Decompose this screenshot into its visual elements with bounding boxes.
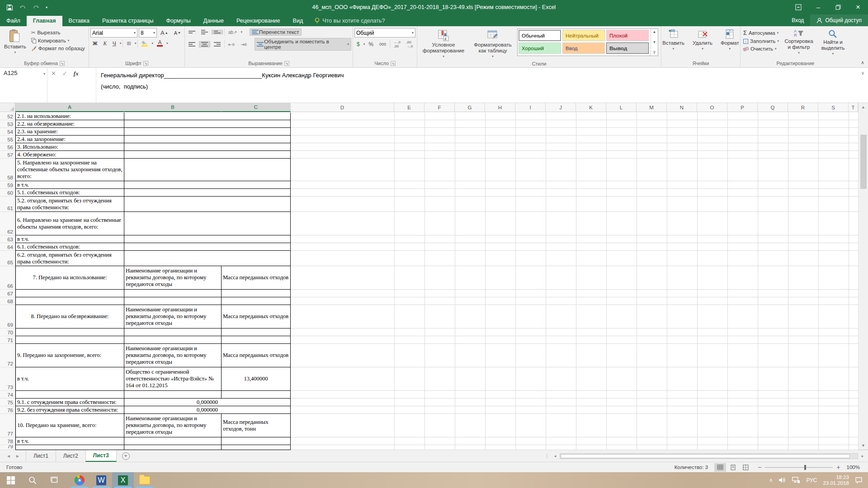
- cell-B69[interactable]: Наименование организации и реквизиты дог…: [124, 305, 222, 328]
- find-select-button[interactable]: Найти и выделить▾: [817, 28, 849, 57]
- insert-function-icon[interactable]: fx: [74, 70, 79, 77]
- sheet-nav-left-icon[interactable]: ◂: [7, 453, 10, 459]
- column-header-P[interactable]: P: [727, 103, 758, 112]
- vertical-scroll-thumb[interactable]: [860, 135, 867, 189]
- row-header-72[interactable]: 72: [0, 344, 15, 367]
- zoom-level[interactable]: 100%: [847, 465, 860, 470]
- vertical-scrollbar[interactable]: ▲ ▼: [858, 103, 868, 450]
- shrink-font-button[interactable]: A▼: [172, 28, 183, 38]
- cell-style-1[interactable]: Обычный: [519, 30, 561, 41]
- fill-color-dropdown-icon[interactable]: ▾: [151, 42, 153, 45]
- sheet-nav-right-icon[interactable]: ▸: [16, 453, 19, 459]
- cell-style-2[interactable]: Нейтральный: [562, 30, 605, 41]
- hscroll-right-icon[interactable]: ▸: [859, 452, 866, 460]
- align-middle-icon[interactable]: [199, 29, 210, 35]
- row-header-52[interactable]: 52: [0, 113, 15, 120]
- comma-style-button[interactable]: 000: [377, 41, 388, 47]
- cell-B78[interactable]: [124, 437, 222, 445]
- row-header-63[interactable]: 63: [0, 235, 15, 243]
- cell-C73[interactable]: 13,400000: [222, 367, 291, 391]
- decrease-indent-icon[interactable]: ⇤≡: [226, 41, 237, 48]
- conditional-formatting-button[interactable]: ≠ Условное форматирование▾: [419, 28, 468, 60]
- row-header-76[interactable]: 76: [0, 406, 15, 414]
- cell-B54-C54-merged[interactable]: [124, 128, 291, 136]
- bold-button[interactable]: Ж: [90, 40, 99, 47]
- cell-B73[interactable]: Общество с ограниченной ответственностью…: [124, 367, 222, 391]
- scroll-up-icon[interactable]: ▲: [859, 103, 868, 111]
- underline-dropdown-icon[interactable]: ▾: [120, 42, 122, 45]
- cell-A69[interactable]: 8. Передано на обезвреживание:: [15, 305, 124, 328]
- gallery-more-icon[interactable]: ⊽: [653, 51, 656, 55]
- cell-B52-C52-merged[interactable]: [124, 113, 291, 120]
- cell-C67[interactable]: [222, 290, 291, 297]
- column-header-G[interactable]: G: [455, 103, 485, 112]
- name-box[interactable]: A125▾: [0, 68, 47, 103]
- redo-icon[interactable]: [33, 5, 39, 10]
- cell-B72[interactable]: Наименование организации и реквизиты дог…: [124, 344, 222, 367]
- cell-A53[interactable]: 2.2. на обезвреживание:: [15, 120, 124, 128]
- ribbon-tab-данные[interactable]: Данные: [197, 16, 230, 26]
- cell-B56-C56-merged[interactable]: [124, 143, 291, 151]
- cell-A54[interactable]: 2.3. на хранение:: [15, 128, 124, 136]
- explorer-taskbar-button[interactable]: [134, 472, 156, 488]
- borders-button[interactable]: ⊞: [124, 39, 133, 47]
- cell-C74[interactable]: [222, 391, 291, 399]
- column-header-I[interactable]: I: [515, 103, 546, 112]
- cell-A79[interactable]: [15, 445, 124, 450]
- normal-view-icon[interactable]: [714, 463, 726, 472]
- zoom-slider-thumb[interactable]: [804, 465, 806, 470]
- column-header-N[interactable]: N: [667, 103, 697, 112]
- cell-C68[interactable]: [222, 297, 291, 305]
- ribbon-tab-формулы[interactable]: Формулы: [160, 16, 197, 26]
- cell-A74[interactable]: [15, 391, 124, 399]
- cell-B61-C61-merged[interactable]: [124, 197, 291, 212]
- format-cells-button[interactable]: Формат▾: [718, 28, 742, 52]
- column-header-C[interactable]: C: [222, 103, 291, 112]
- row-header-54[interactable]: 54: [0, 128, 15, 136]
- cell-B55-C55-merged[interactable]: [124, 136, 291, 143]
- language-indicator[interactable]: РУС: [806, 477, 817, 483]
- undo-icon[interactable]: [19, 5, 26, 10]
- column-header-R[interactable]: R: [788, 103, 818, 112]
- cell-C72[interactable]: Масса переданных отходов: [222, 344, 291, 367]
- gallery-down-icon[interactable]: ▼: [653, 40, 656, 44]
- cell-style-6[interactable]: Вывод: [606, 42, 649, 54]
- column-header-E[interactable]: E: [394, 103, 425, 112]
- cell-B58-C58-merged[interactable]: [124, 159, 291, 181]
- cell-B68[interactable]: [124, 297, 222, 305]
- row-header-79[interactable]: 79: [0, 445, 15, 450]
- fill-button[interactable]: ↓Заполнить▾: [742, 38, 781, 44]
- cell-A61[interactable]: 5.2. отходов, принятых без отчуждения пр…: [15, 197, 124, 212]
- row-header-78[interactable]: 78: [0, 437, 15, 445]
- cell-A58[interactable]: 5. Направлено на захоронение на собствен…: [15, 159, 124, 181]
- column-header-S[interactable]: S: [818, 103, 849, 112]
- zoom-in-icon[interactable]: +: [836, 464, 840, 471]
- qat-customize-icon[interactable]: ▾: [46, 5, 47, 9]
- ribbon-tab-вставка[interactable]: Вставка: [62, 16, 96, 26]
- cell-B77[interactable]: Наименование организации и реквизиты дог…: [124, 414, 222, 437]
- cell-A71[interactable]: [15, 336, 124, 344]
- cell-B79[interactable]: [124, 445, 222, 450]
- align-top-icon[interactable]: [186, 30, 198, 34]
- row-header-77[interactable]: 77: [0, 414, 15, 437]
- number-dialog-launcher-icon[interactable]: ↘: [391, 61, 396, 66]
- ribbon-tab-разметка страницы[interactable]: Разметка страницы: [96, 16, 160, 26]
- column-header-L[interactable]: L: [606, 103, 637, 112]
- zoom-slider[interactable]: [765, 467, 833, 468]
- delete-cells-button[interactable]: Удалить▾: [690, 28, 715, 52]
- orientation-button[interactable]: ab↗: [226, 29, 240, 36]
- start-button[interactable]: [0, 472, 22, 488]
- column-header-J[interactable]: J: [546, 103, 576, 112]
- cell-A59[interactable]: в т.ч.: [15, 181, 124, 189]
- row-header-74[interactable]: 74: [0, 391, 15, 399]
- italic-button[interactable]: К: [101, 40, 109, 47]
- cell-A62[interactable]: 6. Направлено на хранение на собственные…: [15, 212, 124, 235]
- cell-B67[interactable]: [124, 290, 222, 297]
- page-layout-view-icon[interactable]: [727, 463, 739, 472]
- page-break-view-icon[interactable]: [740, 463, 751, 472]
- sheet-tab-лист3[interactable]: Лист3: [85, 450, 117, 462]
- formula-bar-expand-icon[interactable]: ∨: [861, 70, 864, 75]
- column-header-K[interactable]: K: [576, 103, 606, 112]
- row-header-67[interactable]: 67: [0, 290, 15, 297]
- restore-button[interactable]: [828, 0, 848, 14]
